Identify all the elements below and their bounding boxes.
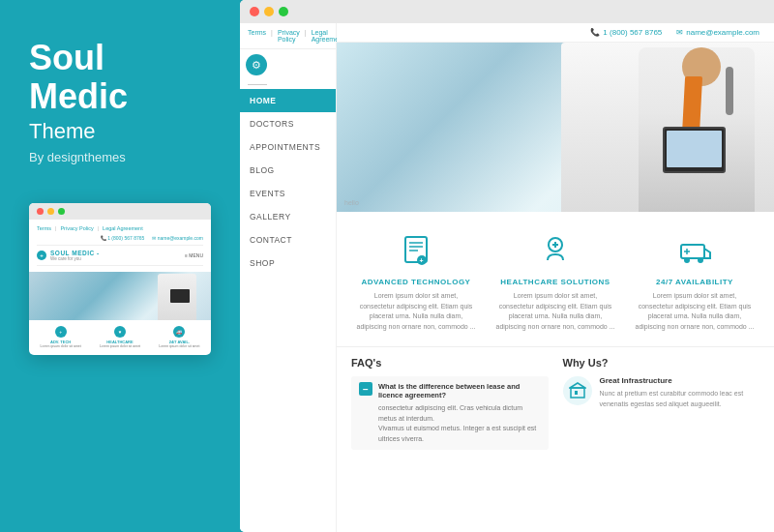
hero-caption: hello — [344, 199, 359, 206]
mini-content: Terms | Privacy Policy | Legal Agreement… — [29, 220, 211, 272]
main-browser: Terms | Privacy Policy | Legal Agreement… — [240, 0, 774, 532]
svg-text:+: + — [420, 257, 424, 264]
theme-by: By designthemes — [29, 150, 211, 164]
faq-question: What is the difference between lease and… — [378, 382, 541, 399]
theme-subtitle: Theme — [29, 119, 211, 144]
mini-dot-red — [37, 208, 44, 215]
feature-healthcare: HEALTHCARE SOLUTIONS Lorem ipsum dolor s… — [491, 231, 620, 332]
why-heading: Why Us? — [563, 357, 760, 369]
mini-dot-yellow — [47, 208, 54, 215]
mini-logo-bar: + SOUL MEDIC - We care for you ≡ MENU — [37, 245, 203, 266]
mini-feature-avail: 🚑 24/7 AVAIL. Lorem ipsum dolor sit amet — [152, 326, 207, 349]
feature-avail-desc: Lorem ipsum dolor sit amet, consectetur … — [635, 291, 755, 332]
advanced-tech-icon: + — [397, 231, 435, 270]
why-item-desc: Nunc at pretium est curabitur commodo le… — [600, 389, 760, 409]
mini-feature-health-icon: ♥ — [114, 326, 126, 338]
mini-terms-link[interactable]: Terms — [37, 225, 51, 231]
email-contact: ✉ name@example.com — [676, 28, 759, 37]
nav-sidebar: Terms | Privacy Policy | Legal Agreement… — [240, 23, 337, 532]
gear-icon[interactable]: ⚙ — [246, 54, 267, 75]
feature-avail-title: 24/7 AVAILABILITY — [635, 278, 755, 286]
ambulance-icon-svg — [677, 233, 712, 268]
dot-yellow[interactable] — [264, 7, 274, 16]
healthcare-icon — [536, 231, 575, 270]
mini-logo-text: SOUL MEDIC - — [50, 250, 100, 256]
feature-availability: 24/7 AVAILABILITY Lorem ipsum dolor sit … — [630, 231, 759, 332]
feature-healthcare-title: HEALTHCARE SOLUTIONS — [495, 278, 615, 286]
browser-bar — [240, 0, 774, 23]
availability-icon — [675, 231, 714, 270]
nav-top-links: Terms | Privacy Policy | Legal Agreement — [240, 23, 336, 49]
mini-browser-preview: Terms | Privacy Policy | Legal Agreement… — [29, 203, 211, 355]
right-panel: Terms | Privacy Policy | Legal Agreement… — [240, 0, 774, 532]
nav-terms-link[interactable]: Terms — [248, 29, 266, 43]
hero-section: hello — [337, 43, 774, 212]
nav-privacy-link[interactable]: Privacy Policy — [278, 29, 300, 43]
mini-legal-link[interactable]: Legal Agreement — [103, 225, 143, 231]
why-content: Great Infrastructure Nunc at pretium est… — [600, 376, 760, 409]
mini-feature-tech: + ADV. TECH Lorem ipsum dolor sit amet — [33, 326, 88, 349]
faq-content: What is the difference between lease and… — [378, 382, 541, 444]
mini-feature-avail-icon: 🚑 — [173, 326, 185, 338]
nav-gallery[interactable]: GALLERY — [240, 205, 336, 228]
nav-contact[interactable]: CONTACT — [240, 228, 336, 251]
mini-logo-icon: + — [37, 251, 46, 260]
faq-toggle-button[interactable]: − — [359, 382, 372, 396]
tablet-screen — [667, 131, 722, 167]
why-item: Great Infrastructure Nunc at pretium est… — [563, 376, 760, 409]
mini-feature-health: ♥ HEALTHCARE Lorem ipsum dolor sit amet — [92, 326, 147, 349]
healthcare-icon-svg — [538, 233, 573, 268]
nav-events[interactable]: EVENTS — [240, 182, 336, 205]
svg-marker-10 — [704, 249, 710, 258]
phone-contact: 📞 1 (800) 567 8765 — [590, 28, 662, 37]
why-item-title: Great Infrastructure — [600, 376, 760, 385]
faq-item: − What is the difference between lease a… — [351, 376, 549, 450]
svg-point-12 — [698, 257, 703, 263]
left-panel: Soul Medic Theme By designthemes Terms |… — [0, 0, 240, 532]
stethoscope-icon — [726, 67, 733, 115]
theme-title: Soul Medic — [29, 39, 211, 115]
nav-divider — [248, 84, 267, 85]
main-content-area: 📞 1 (800) 567 8765 ✉ name@example.com — [337, 23, 774, 532]
tech-icon-svg: + — [399, 233, 433, 268]
contact-bar: 📞 1 (800) 567 8765 ✉ name@example.com — [337, 23, 774, 43]
nav-doctors[interactable]: DOCTORS — [240, 112, 336, 135]
why-section: Why Us? Great Infrastructure — [563, 357, 760, 450]
infrastructure-icon — [563, 376, 592, 405]
mini-logo-sub: We care for you — [50, 256, 100, 261]
svg-marker-17 — [570, 383, 585, 388]
browser-content: Terms | Privacy Policy | Legal Agreement… — [240, 23, 774, 532]
tablet-device — [663, 127, 726, 173]
mini-hero — [29, 272, 211, 320]
mini-feature-tech-icon: + — [55, 326, 67, 338]
nav-home[interactable]: HOME — [240, 89, 336, 112]
mini-browser-bar — [29, 203, 211, 220]
mini-privacy-link[interactable]: Privacy Policy — [60, 225, 93, 231]
feature-healthcare-desc: Lorem ipsum dolor sit amet, consectetur … — [495, 291, 615, 332]
svg-rect-16 — [575, 391, 578, 395]
faq-heading: FAQ's — [351, 357, 549, 369]
nav-appointments[interactable]: APPOINTMENTS — [240, 135, 336, 159]
faq-section: FAQ's − What is the difference between l… — [351, 357, 549, 450]
mini-menu-button[interactable]: ≡ MENU — [185, 252, 203, 258]
mini-contact: 📞 1 (800) 567 8765 ✉ name@example.com — [37, 235, 203, 241]
feature-tech-title: ADVANCED TECHNOLOGY — [356, 278, 476, 286]
bottom-section: FAQ's − What is the difference between l… — [337, 347, 774, 459]
feature-tech-desc: Lorem ipsum dolor sit amet, consectetur … — [356, 291, 476, 332]
svg-point-11 — [684, 257, 690, 263]
mini-nav-links: Terms | Privacy Policy | Legal Agreement — [37, 225, 203, 231]
dot-green[interactable] — [279, 7, 288, 16]
features-section: + ADVANCED TECHNOLOGY Lorem ipsum dolor … — [337, 212, 774, 347]
mini-features: + ADV. TECH Lorem ipsum dolor sit amet ♥… — [29, 320, 211, 355]
feature-advanced-tech: + ADVANCED TECHNOLOGY Lorem ipsum dolor … — [351, 231, 481, 332]
nav-blog[interactable]: BLOG — [240, 159, 336, 182]
mini-dot-green — [58, 208, 65, 215]
faq-answer: consectetur adipiscing elit. Cras vehicu… — [378, 403, 541, 444]
nav-shop[interactable]: SHOP — [240, 251, 336, 275]
hero-doctor-image — [561, 43, 774, 212]
nav-menu: HOME DOCTORS APPOINTMENTS BLOG EVENTS GA… — [240, 89, 336, 275]
dot-red[interactable] — [250, 7, 259, 16]
